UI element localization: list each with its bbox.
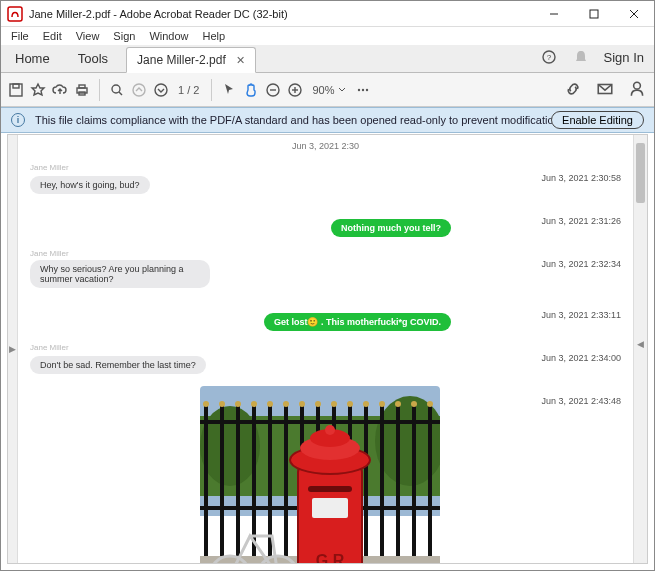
bell-icon[interactable] bbox=[572, 48, 590, 66]
svg-point-50 bbox=[219, 401, 225, 407]
svg-rect-39 bbox=[284, 406, 288, 556]
zoom-out-icon[interactable] bbox=[264, 81, 282, 99]
chevron-down-icon bbox=[338, 86, 346, 94]
tab-tools[interactable]: Tools bbox=[64, 45, 122, 72]
svg-point-30 bbox=[200, 406, 260, 486]
hand-tool-icon[interactable] bbox=[242, 81, 260, 99]
svg-point-15 bbox=[133, 84, 145, 96]
more-tools-icon[interactable] bbox=[354, 81, 372, 99]
svg-rect-44 bbox=[364, 406, 368, 556]
conversation-date-header: Jun 3, 2021 2:30 bbox=[30, 141, 621, 151]
save-icon[interactable] bbox=[7, 81, 25, 99]
message-timestamp: Jun 3, 2021 2:30:58 bbox=[541, 173, 621, 183]
zoom-in-icon[interactable] bbox=[286, 81, 304, 99]
page-indicator[interactable]: 1 / 2 bbox=[174, 84, 203, 96]
svg-rect-37 bbox=[252, 406, 256, 556]
svg-line-14 bbox=[119, 92, 122, 95]
message-photo-attachment: G R bbox=[200, 386, 440, 563]
selection-arrow-icon[interactable] bbox=[220, 81, 238, 99]
message-timestamp: Jun 3, 2021 2:34:00 bbox=[541, 353, 621, 363]
main-toolbar: 1 / 2 90% bbox=[1, 73, 654, 107]
sender-label bbox=[30, 206, 621, 215]
print-icon[interactable] bbox=[73, 81, 91, 99]
left-panel-toggle[interactable]: ▶ bbox=[8, 135, 18, 563]
tab-document-active[interactable]: Jane Miller-2.pdf ✕ bbox=[126, 47, 256, 73]
window-controls bbox=[534, 1, 654, 27]
svg-point-72 bbox=[325, 425, 335, 435]
svg-point-52 bbox=[251, 401, 257, 407]
menu-help[interactable]: Help bbox=[197, 29, 232, 43]
cloud-upload-icon[interactable] bbox=[51, 81, 69, 99]
toolbar-separator bbox=[211, 79, 212, 101]
page-down-icon[interactable] bbox=[152, 81, 170, 99]
vertical-scrollbar[interactable]: ◀ bbox=[633, 135, 647, 563]
message-timestamp: Jun 3, 2021 2:33:11 bbox=[541, 310, 621, 320]
svg-rect-47 bbox=[412, 406, 416, 556]
tab-home[interactable]: Home bbox=[1, 45, 64, 72]
notice-text: This file claims compliance with the PDF… bbox=[35, 114, 563, 126]
pdf-page[interactable]: Jun 3, 2021 2:30 Jane Miller Hey, how's … bbox=[18, 135, 633, 563]
sender-label: Jane Miller bbox=[30, 163, 621, 172]
info-icon: i bbox=[11, 113, 25, 127]
toolbar-separator bbox=[99, 79, 100, 101]
zoom-dropdown[interactable]: 90% bbox=[308, 84, 350, 96]
message-timestamp: Jun 3, 2021 2:32:34 bbox=[541, 259, 621, 269]
message-timestamp: Jun 3, 2021 2:31:26 bbox=[541, 216, 621, 226]
star-icon[interactable] bbox=[29, 81, 47, 99]
help-icon[interactable]: ? bbox=[540, 48, 558, 66]
svg-point-55 bbox=[299, 401, 305, 407]
page-up-icon[interactable] bbox=[130, 81, 148, 99]
menu-window[interactable]: Window bbox=[143, 29, 194, 43]
message-bubble-incoming: Hey, how's it going, bud? bbox=[30, 176, 150, 194]
svg-point-60 bbox=[379, 401, 385, 407]
chevron-left-icon[interactable]: ◀ bbox=[637, 339, 644, 349]
svg-point-16 bbox=[155, 84, 167, 96]
svg-point-13 bbox=[112, 85, 120, 93]
svg-rect-38 bbox=[268, 406, 272, 556]
svg-rect-11 bbox=[79, 85, 85, 88]
svg-point-61 bbox=[395, 401, 401, 407]
svg-text:?: ? bbox=[546, 53, 551, 62]
window-close-button[interactable] bbox=[614, 1, 654, 27]
acrobat-app-icon bbox=[7, 6, 23, 22]
menu-file[interactable]: File bbox=[5, 29, 35, 43]
svg-marker-9 bbox=[32, 84, 44, 95]
zoom-value: 90% bbox=[312, 84, 334, 96]
enable-editing-button[interactable]: Enable Editing bbox=[551, 111, 644, 129]
sign-in-link[interactable]: Sign In bbox=[604, 50, 644, 65]
menu-view[interactable]: View bbox=[70, 29, 106, 43]
tab-close-button[interactable]: ✕ bbox=[236, 54, 245, 67]
share-link-icon[interactable] bbox=[564, 80, 582, 98]
menu-sign[interactable]: Sign bbox=[107, 29, 141, 43]
chevron-right-icon: ▶ bbox=[9, 344, 16, 354]
svg-rect-45 bbox=[380, 406, 384, 556]
menu-bar: File Edit View Sign Window Help bbox=[1, 27, 654, 45]
find-icon[interactable] bbox=[108, 81, 126, 99]
window-minimize-button[interactable] bbox=[534, 1, 574, 27]
window-title: Jane Miller-2.pdf - Adobe Acrobat Reader… bbox=[29, 8, 534, 20]
svg-rect-34 bbox=[204, 406, 208, 556]
message-timestamp: Jun 3, 2021 2:43:48 bbox=[541, 396, 621, 406]
svg-rect-74 bbox=[312, 498, 348, 518]
message-row: Jane Miller Hey, how's it going, bud? Ju… bbox=[30, 163, 621, 194]
svg-point-63 bbox=[427, 401, 433, 407]
pdfa-notice-bar: i This file claims compliance with the P… bbox=[1, 107, 654, 133]
sender-label: Jane Miller bbox=[30, 343, 621, 352]
document-viewport: ▶ Jun 3, 2021 2:30 Jane Miller Hey, how'… bbox=[7, 134, 648, 564]
svg-point-49 bbox=[203, 401, 209, 407]
page-separator: / bbox=[187, 84, 190, 96]
scrollbar-thumb[interactable] bbox=[636, 143, 645, 203]
svg-point-59 bbox=[363, 401, 369, 407]
user-icon[interactable] bbox=[628, 80, 646, 98]
message-bubble-incoming: Don't be sad. Remember the last time? bbox=[30, 356, 206, 374]
svg-rect-48 bbox=[428, 406, 432, 556]
email-icon[interactable] bbox=[596, 80, 614, 98]
svg-point-56 bbox=[315, 401, 321, 407]
menu-edit[interactable]: Edit bbox=[37, 29, 68, 43]
page-total: 2 bbox=[193, 84, 199, 96]
sender-label bbox=[30, 300, 621, 309]
message-row: Jun 3, 2021 2:43:48 bbox=[30, 386, 621, 563]
svg-point-22 bbox=[358, 88, 360, 90]
window-maximize-button[interactable] bbox=[574, 1, 614, 27]
message-row: Nothing much you tell? Jun 3, 2021 2:31:… bbox=[30, 206, 621, 237]
